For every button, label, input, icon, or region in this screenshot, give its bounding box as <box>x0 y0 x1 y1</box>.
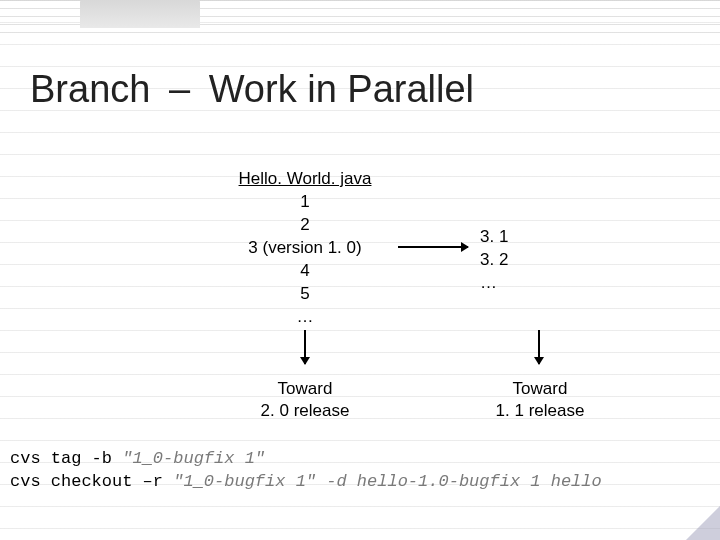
caption-line: 2. 0 release <box>215 400 395 422</box>
caption-line: 1. 1 release <box>450 400 630 422</box>
main-revision-list: Hello. World. java 1 2 3 (version 1. 0) … <box>215 168 395 329</box>
branch-revision-list: 3. 1 3. 2 … <box>480 226 600 295</box>
caption-line: Toward <box>450 378 630 400</box>
slide-title: Branch – Work in Parallel <box>30 68 474 111</box>
down-arrow-icon <box>538 330 540 364</box>
page-curl-shadow-icon <box>686 506 720 540</box>
branch-arrow-icon <box>398 246 468 248</box>
caption-left: Toward 2. 0 release <box>215 378 395 422</box>
caption-right: Toward 1. 1 release <box>450 378 630 422</box>
cmd-keyword: cvs checkout –r <box>10 472 163 491</box>
down-arrow-icon <box>304 330 306 364</box>
rev-item: 4 <box>215 260 395 283</box>
caption-line: Toward <box>215 378 395 400</box>
command-block: cvs tag -b "1_0-bugfix 1" cvs checkout –… <box>10 448 602 494</box>
rev-item: 1 <box>215 191 395 214</box>
file-name: Hello. World. java <box>215 168 395 191</box>
title-word-b: Work in Parallel <box>209 68 474 110</box>
title-dash: – <box>169 68 190 110</box>
title-word-a: Branch <box>30 68 150 110</box>
branch-rev-item: … <box>480 272 600 295</box>
tab-decoration <box>80 0 200 28</box>
rev-item: 2 <box>215 214 395 237</box>
branch-rev-item: 3. 2 <box>480 249 600 272</box>
rev-item: … <box>215 306 395 329</box>
cmd-arg: "1_0-bugfix 1" <box>112 449 265 468</box>
rev-item: 3 (version 1. 0) <box>215 237 395 260</box>
cmd-arg: "1_0-bugfix 1" -d hello-1.0-bugfix 1 hel… <box>163 472 602 491</box>
branch-rev-item: 3. 1 <box>480 226 600 249</box>
cmd-keyword: cvs tag -b <box>10 449 112 468</box>
rev-item: 5 <box>215 283 395 306</box>
